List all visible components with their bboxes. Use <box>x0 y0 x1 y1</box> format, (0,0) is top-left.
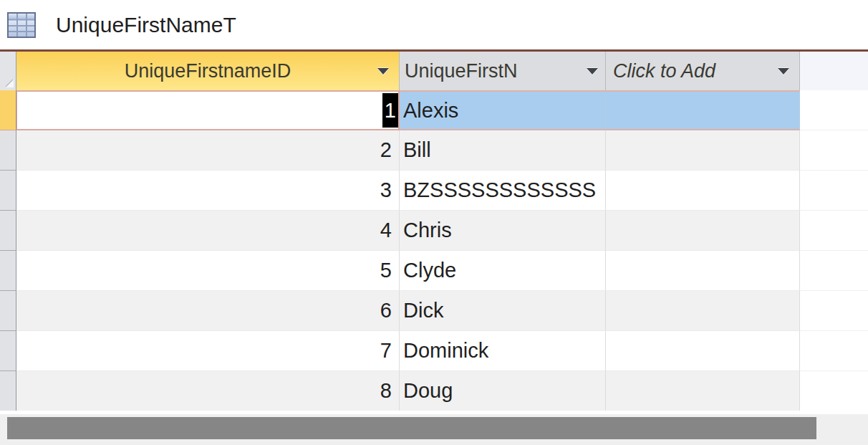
id-value: 2 <box>378 130 394 170</box>
record-selector[interactable] <box>0 291 16 331</box>
row-filler <box>800 371 868 411</box>
id-value: 7 <box>378 331 394 370</box>
row-filler <box>800 171 868 211</box>
record-selector[interactable] <box>0 171 16 211</box>
id-value: 1 <box>382 93 398 128</box>
cell-uniquefirstnameid[interactable]: 7 <box>16 331 400 371</box>
column-header-click-to-add[interactable]: Click to Add <box>606 52 800 90</box>
column-header-label: Click to Add <box>613 60 715 82</box>
record-selector[interactable] <box>0 130 16 171</box>
column-header-label: UniqueFirstN <box>405 60 518 82</box>
table-row[interactable]: 5 Clyde <box>0 251 868 291</box>
cell-uniquefirstname[interactable]: Chris <box>400 211 606 251</box>
column-header-uniquefirstnameid[interactable]: UniqueFirstnameID <box>16 52 400 90</box>
cell-uniquefirstnameid[interactable]: 8 <box>16 371 400 411</box>
row-filler <box>800 90 868 130</box>
cell-uniquefirstname[interactable]: Alexis <box>400 90 606 130</box>
chevron-down-icon[interactable] <box>377 68 389 75</box>
object-tab-bar: UniqueFirstNameT <box>0 0 868 52</box>
cell-click-to-add[interactable] <box>606 251 800 291</box>
table-row[interactable]: 1 Alexis <box>0 90 868 130</box>
record-selector[interactable] <box>0 90 16 130</box>
cell-uniquefirstname[interactable]: Bill <box>400 130 606 171</box>
cell-uniquefirstnameid[interactable]: 4 <box>16 211 400 251</box>
id-value: 5 <box>378 251 394 290</box>
cell-uniquefirstname[interactable]: BZSSSSSSSSSSSS <box>400 171 606 211</box>
record-selector[interactable] <box>0 211 16 251</box>
table-row[interactable]: 3 BZSSSSSSSSSSSS <box>0 171 868 211</box>
header-filler <box>800 52 868 90</box>
column-header-row: UniqueFirstnameID UniqueFirstN Click to … <box>0 52 868 90</box>
cell-click-to-add[interactable] <box>606 331 800 371</box>
cell-click-to-add[interactable] <box>606 211 800 251</box>
cell-click-to-add[interactable] <box>606 291 800 331</box>
cell-click-to-add[interactable] <box>606 371 800 411</box>
cell-uniquefirstname[interactable]: Dick <box>400 291 606 331</box>
row-filler <box>800 130 868 171</box>
cell-uniquefirstname[interactable]: Doug <box>400 371 606 411</box>
cell-uniquefirstnameid[interactable]: 1 <box>16 90 400 130</box>
cell-uniquefirstnameid[interactable]: 2 <box>16 130 400 171</box>
select-all-record-selector[interactable] <box>0 52 16 90</box>
page-title: UniqueFirstNameT <box>56 13 236 37</box>
horizontal-scrollbar[interactable] <box>0 414 868 445</box>
id-value: 3 <box>378 171 394 210</box>
horizontal-scrollbar-thumb[interactable] <box>7 417 816 439</box>
row-filler <box>800 291 868 331</box>
table-row[interactable]: 8 Doug <box>0 371 868 411</box>
datasheet-table-icon <box>7 12 36 38</box>
table-row[interactable]: 6 Dick <box>0 291 868 331</box>
id-value: 4 <box>378 211 394 250</box>
cell-uniquefirstname[interactable]: Dominick <box>400 331 606 371</box>
chevron-down-icon[interactable] <box>778 68 789 75</box>
cell-uniquefirstnameid[interactable]: 5 <box>16 251 400 291</box>
datasheet-rows: 1 Alexis 2 Bill 3 BZSSSSSSSSSSSS 4 Chris… <box>0 90 868 411</box>
table-row[interactable]: 4 Chris <box>0 211 868 251</box>
row-filler <box>800 331 868 371</box>
row-filler <box>800 251 868 291</box>
cell-uniquefirstname[interactable]: Clyde <box>400 251 606 291</box>
id-value: 8 <box>378 371 394 411</box>
chevron-down-icon[interactable] <box>587 68 598 75</box>
cell-click-to-add[interactable] <box>606 171 800 211</box>
table-row[interactable]: 7 Dominick <box>0 331 868 371</box>
row-filler <box>800 211 868 251</box>
column-header-label: UniqueFirstnameID <box>125 60 291 82</box>
cell-uniquefirstnameid[interactable]: 6 <box>16 291 400 331</box>
cell-click-to-add[interactable] <box>606 90 800 130</box>
record-selector[interactable] <box>0 251 16 291</box>
cell-uniquefirstnameid[interactable]: 3 <box>16 171 400 211</box>
cell-click-to-add[interactable] <box>606 130 800 171</box>
column-header-uniquefirstn[interactable]: UniqueFirstN <box>400 52 606 90</box>
id-value: 6 <box>378 291 394 330</box>
record-selector[interactable] <box>0 371 16 411</box>
record-selector[interactable] <box>0 331 16 371</box>
table-row[interactable]: 2 Bill <box>0 130 868 171</box>
